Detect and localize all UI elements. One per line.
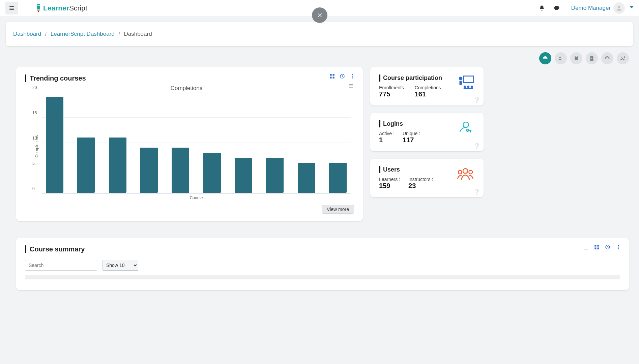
- pencil-icon: [36, 3, 41, 13]
- svg-rect-31: [598, 248, 599, 249]
- grid-view-icon[interactable]: [594, 244, 600, 251]
- course-summary-card: Course summary Show 10: [16, 238, 629, 290]
- chart-bar[interactable]: [203, 153, 221, 193]
- page-size-select[interactable]: Show 10: [103, 260, 138, 271]
- svg-rect-28: [594, 245, 596, 246]
- stat-label: Learners :: [379, 177, 400, 182]
- stat-value: 775: [379, 90, 407, 98]
- messages-icon[interactable]: [554, 5, 560, 11]
- view-users-icon[interactable]: [555, 52, 567, 64]
- svg-rect-29: [598, 245, 599, 246]
- view-gauge-icon[interactable]: [539, 52, 551, 64]
- svg-rect-22: [464, 88, 473, 89]
- svg-point-33: [618, 245, 619, 246]
- svg-rect-18: [460, 81, 462, 85]
- svg-rect-10: [330, 77, 331, 79]
- stat-label: Instructors :: [408, 177, 433, 182]
- svg-rect-11: [333, 77, 335, 79]
- kebab-menu-icon[interactable]: [349, 73, 355, 80]
- hamburger-button[interactable]: [5, 2, 18, 14]
- svg-point-4: [618, 6, 620, 8]
- svg-point-34: [618, 247, 619, 248]
- chevron-down-icon: [630, 6, 634, 10]
- svg-rect-16: [464, 76, 474, 83]
- svg-marker-3: [38, 11, 39, 12]
- view-clipboard-icon[interactable]: [570, 52, 582, 64]
- help-icon[interactable]: ❔: [473, 143, 480, 149]
- notifications-icon[interactable]: [539, 5, 545, 11]
- view-docexport-icon[interactable]: [586, 52, 598, 64]
- card-title: Course summary: [25, 245, 620, 253]
- breadcrumb-current: Dashboard: [124, 31, 152, 37]
- breadcrumb-link-0[interactable]: Dashboard: [13, 31, 41, 37]
- completions-bar-chart: Completions Completions 05101520 Course …: [25, 85, 354, 214]
- x-axis-label: Course: [42, 195, 351, 200]
- chart-bar[interactable]: [329, 163, 347, 193]
- svg-point-26: [458, 171, 462, 174]
- help-icon[interactable]: ❔: [473, 97, 480, 103]
- card-title: Course participation: [379, 74, 443, 82]
- chart-bar[interactable]: [140, 148, 158, 193]
- avatar: [613, 2, 625, 14]
- view-gaugealt-icon[interactable]: [601, 52, 613, 64]
- svg-point-27: [469, 171, 473, 174]
- dashboard-view-switcher: [0, 46, 639, 67]
- svg-rect-9: [333, 74, 335, 75]
- kebab-menu-icon[interactable]: [615, 244, 621, 251]
- presentation-icon: [456, 74, 475, 90]
- svg-point-23: [463, 122, 468, 127]
- chart-title: Completions: [25, 85, 354, 92]
- view-more-button[interactable]: View more: [322, 205, 354, 214]
- view-shuffle-icon[interactable]: [617, 52, 629, 64]
- login-key-icon: [456, 120, 475, 136]
- svg-rect-30: [594, 248, 596, 249]
- stat-value: 117: [403, 136, 420, 144]
- chart-export-menu-icon[interactable]: [348, 83, 354, 90]
- stat-label: Completions :: [415, 85, 444, 90]
- svg-point-19: [464, 86, 466, 88]
- help-icon[interactable]: ❔: [473, 189, 480, 195]
- chart-bar[interactable]: [298, 163, 315, 193]
- breadcrumb-link-1[interactable]: LearnerScript Dashboard: [51, 31, 115, 37]
- course-participation-card: Course participation Enrollments : 775 C…: [370, 67, 484, 105]
- download-icon[interactable]: [583, 244, 589, 251]
- chart-bar[interactable]: [266, 158, 284, 193]
- svg-rect-0: [37, 4, 40, 5]
- card-title: Trending courses: [25, 74, 354, 82]
- table-header-placeholder: [25, 275, 620, 279]
- stat-label: Active :: [379, 131, 395, 136]
- chart-bar[interactable]: [172, 148, 189, 193]
- brand-part2: Script: [69, 4, 87, 12]
- stat-value: 161: [415, 90, 444, 98]
- users-group-icon: [456, 166, 475, 182]
- svg-rect-8: [330, 74, 331, 75]
- user-name: Demo Manager: [571, 5, 611, 11]
- stat-value: 23: [408, 182, 433, 190]
- close-overlay-button[interactable]: [312, 7, 327, 23]
- breadcrumb: Dashboard / LearnerScript Dashboard / Da…: [6, 22, 633, 46]
- svg-point-14: [352, 76, 353, 77]
- clock-icon[interactable]: [605, 244, 611, 251]
- svg-point-21: [471, 86, 473, 88]
- grid-view-icon[interactable]: [329, 73, 335, 80]
- svg-rect-6: [575, 56, 578, 60]
- app-logo[interactable]: LearnerScript: [36, 3, 87, 13]
- chart-bar[interactable]: [46, 97, 63, 193]
- svg-rect-7: [576, 56, 577, 57]
- chart-bar[interactable]: [235, 158, 252, 193]
- logins-card: Logins Active : 1 Unique : 117: [370, 113, 484, 151]
- users-card: Users Learners : 159 Instructors : 23: [370, 159, 484, 197]
- chart-bar[interactable]: [77, 138, 95, 193]
- chart-bar[interactable]: [109, 138, 126, 193]
- svg-rect-1: [37, 6, 40, 9]
- svg-point-35: [618, 248, 619, 249]
- stat-label: Unique :: [403, 131, 420, 136]
- svg-point-25: [463, 169, 468, 173]
- search-input[interactable]: [25, 260, 97, 271]
- svg-point-20: [467, 86, 469, 88]
- trending-courses-card: Trending courses Completions Completions…: [16, 67, 363, 221]
- stat-value: 159: [379, 182, 400, 190]
- card-title: Users: [379, 166, 433, 173]
- user-menu[interactable]: Demo Manager: [571, 2, 634, 14]
- clock-icon[interactable]: [339, 73, 345, 80]
